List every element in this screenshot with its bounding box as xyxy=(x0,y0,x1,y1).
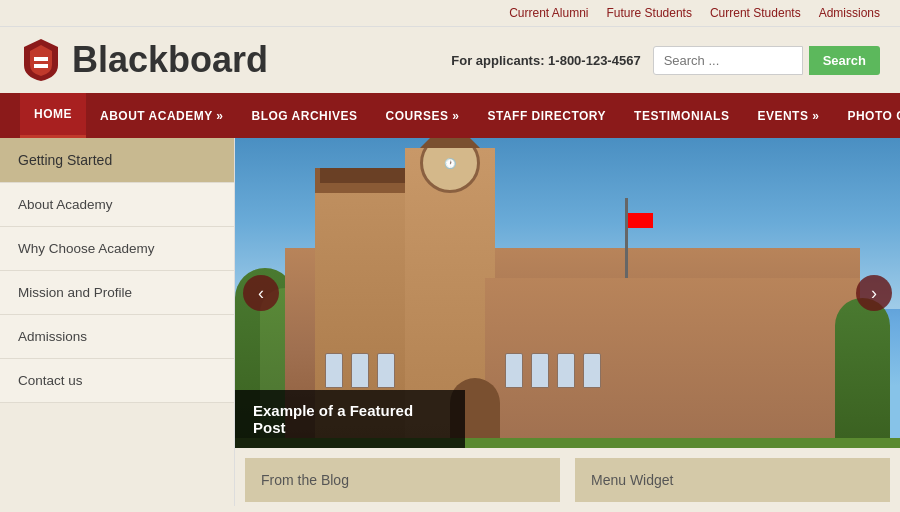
main-nav: HOME ABOUT ACADEMY » BLOG ARCHIVES COURS… xyxy=(0,93,900,138)
search-button[interactable]: Search xyxy=(809,46,880,75)
header: Blackboard For applicants: 1-800-123-456… xyxy=(0,27,900,93)
nav-item-about[interactable]: ABOUT ACADEMY » xyxy=(86,95,238,137)
widget-menu: Menu Widget xyxy=(575,458,890,502)
logo-area: Blackboard xyxy=(20,37,268,83)
top-bar: Current Alumni Future Students Current S… xyxy=(0,0,900,27)
widget-blog: From the Blog xyxy=(245,458,560,502)
search-input[interactable] xyxy=(653,46,803,75)
top-link-alumni[interactable]: Current Alumni xyxy=(509,6,588,20)
next-button[interactable]: › xyxy=(856,275,892,311)
content-area: Getting Started About Academy Why Choose… xyxy=(0,138,900,506)
sidebar-item-about[interactable]: About Academy xyxy=(0,183,234,227)
main-content: 🕐 xyxy=(235,138,900,506)
prev-button[interactable]: ‹ xyxy=(243,275,279,311)
top-link-admissions[interactable]: Admissions xyxy=(819,6,880,20)
nav-item-courses[interactable]: COURSES » xyxy=(372,95,474,137)
search-box: Search xyxy=(653,46,880,75)
sidebar-item-admissions[interactable]: Admissions xyxy=(0,315,234,359)
nav-item-blog[interactable]: BLOG ARCHIVES xyxy=(238,95,372,137)
nav-item-gallery[interactable]: PHOTO GALLERY xyxy=(833,95,900,137)
widgets-row: From the Blog Menu Widget xyxy=(235,448,900,506)
sidebar-item-why-choose[interactable]: Why Choose Academy xyxy=(0,227,234,271)
hero-caption: Example of a Featured Post xyxy=(235,390,465,448)
nav-item-events[interactable]: EVENTS » xyxy=(743,95,833,137)
sidebar-item-contact[interactable]: Contact us xyxy=(0,359,234,403)
hero-image: 🕐 xyxy=(235,138,900,448)
top-link-current[interactable]: Current Students xyxy=(710,6,801,20)
top-link-future[interactable]: Future Students xyxy=(607,6,692,20)
sidebar-item-getting-started[interactable]: Getting Started xyxy=(0,138,234,183)
sidebar: Getting Started About Academy Why Choose… xyxy=(0,138,235,506)
nav-item-staff[interactable]: STAFF DIRECTORY xyxy=(473,95,620,137)
applicants-text: For applicants: 1-800-123-4567 xyxy=(451,53,640,68)
logo-icon xyxy=(20,37,62,83)
header-right: For applicants: 1-800-123-4567 Search xyxy=(451,46,880,75)
sidebar-item-mission[interactable]: Mission and Profile xyxy=(0,271,234,315)
nav-item-testimonials[interactable]: TESTIMONIALS xyxy=(620,95,743,137)
logo-text: Blackboard xyxy=(72,39,268,81)
nav-item-home[interactable]: HOME xyxy=(20,93,86,138)
